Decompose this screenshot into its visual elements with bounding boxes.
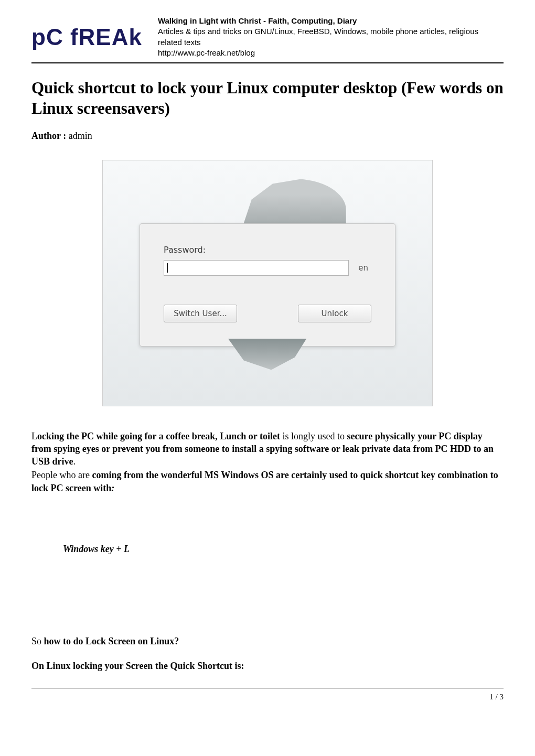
text-cursor-icon xyxy=(167,263,168,273)
author-label: Author : xyxy=(31,131,69,141)
text-bold: how to do Lock Screen on Linux? xyxy=(44,636,179,646)
page-header: pC fREAk Walking in Light with Christ - … xyxy=(31,16,504,63)
paragraph-2: People who are coming from the wonderful… xyxy=(31,469,504,494)
article-title: Quick shortcut to lock your Linux comput… xyxy=(31,78,504,119)
embedded-screenshot: Password: en Switch User... Unlock xyxy=(31,160,504,406)
text: L xyxy=(31,431,37,441)
site-url: http://www.pc-freak.net/blog xyxy=(158,48,504,58)
header-meta: Walking in Light with Christ - Faith, Co… xyxy=(158,16,504,58)
background-shade-bottom xyxy=(228,339,307,370)
paragraph-4: On Linux locking your Screen the Quick S… xyxy=(31,660,504,672)
text: People who are xyxy=(31,470,92,480)
author-name: admin xyxy=(69,131,92,141)
text-bold: coming from the wonderful MS Windows OS … xyxy=(31,470,498,493)
text: is longly used to xyxy=(280,431,347,441)
password-label: Password: xyxy=(164,245,371,255)
text: So xyxy=(31,636,44,646)
text-bold: On Linux locking your Screen the Quick S… xyxy=(31,661,244,671)
text-bold: ocking the PC while going for a coffee b… xyxy=(37,431,280,441)
article-body: Locking the PC while going for a coffee … xyxy=(31,430,504,672)
logo-text: pC fREAk xyxy=(31,24,142,50)
password-input[interactable] xyxy=(164,260,349,276)
site-subtitle: Articles & tips and tricks on GNU/Linux,… xyxy=(158,26,504,48)
page-footer: 1 / 3 xyxy=(31,688,504,701)
author-line: Author : admin xyxy=(31,131,504,142)
paragraph-3: So how to do Lock Screen on Linux? xyxy=(31,635,504,647)
keyboard-language-indicator[interactable]: en xyxy=(358,263,371,273)
site-title: Walking in Light with Christ - Faith, Co… xyxy=(158,16,504,26)
button-row: Switch User... Unlock xyxy=(164,305,371,322)
password-row: en xyxy=(164,260,371,276)
windows-shortcut: Windows key + L xyxy=(63,544,130,554)
blank-line xyxy=(31,649,504,658)
text-bold-italic: : xyxy=(111,483,114,493)
switch-user-button[interactable]: Switch User... xyxy=(164,305,237,322)
logo: pC fREAk xyxy=(31,24,142,50)
unlock-panel: Password: en Switch User... Unlock xyxy=(140,223,395,347)
lock-screen: Password: en Switch User... Unlock xyxy=(102,160,433,406)
spacer xyxy=(31,495,504,543)
paragraph-1: Locking the PC while going for a coffee … xyxy=(31,430,504,468)
spacer xyxy=(31,556,504,635)
unlock-button[interactable]: Unlock xyxy=(298,305,371,322)
shortcut-line: Windows key + L xyxy=(63,543,504,555)
page-number: 1 / 3 xyxy=(489,693,504,701)
text: . xyxy=(73,456,76,467)
